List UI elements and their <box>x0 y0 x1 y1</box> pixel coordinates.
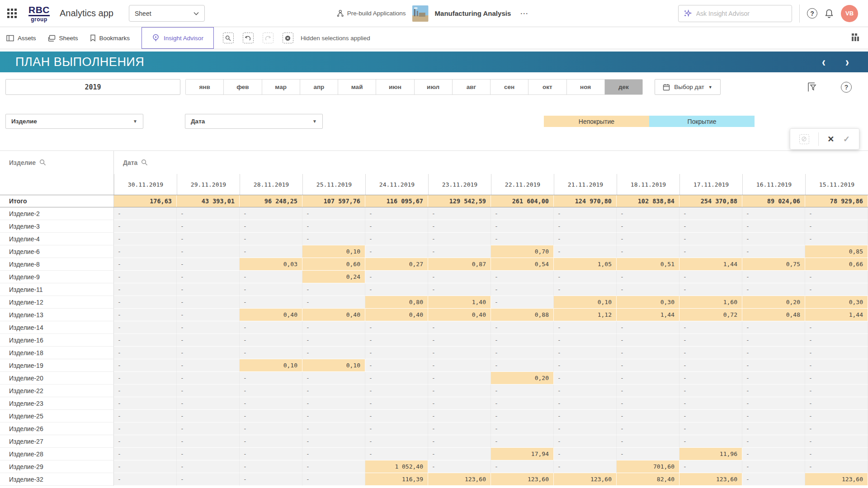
pivot-cell[interactable]: - <box>240 385 302 397</box>
pivot-cell[interactable]: - <box>177 448 240 460</box>
pivot-cell[interactable]: - <box>428 283 491 296</box>
pivot-cell[interactable]: 116,39 <box>365 473 428 486</box>
product-filter-dropdown[interactable]: Изделие ▼ <box>5 114 143 129</box>
pivot-cell[interactable]: - <box>428 372 491 385</box>
pivot-cell[interactable]: - <box>679 435 742 448</box>
pivot-cell[interactable]: - <box>679 385 742 397</box>
pivot-cell[interactable]: - <box>679 359 742 372</box>
pivot-cell[interactable]: 0,70 <box>491 245 554 258</box>
pivot-cell[interactable]: - <box>240 460 302 473</box>
pivot-cell[interactable]: - <box>428 435 491 448</box>
pivot-cell[interactable]: - <box>177 309 240 321</box>
pivot-cell[interactable]: 0,54 <box>491 258 554 271</box>
pivot-cell[interactable]: - <box>617 321 679 334</box>
pivot-cell[interactable]: - <box>365 435 428 448</box>
pivot-cell[interactable]: 1,44 <box>679 258 742 271</box>
pivot-cell[interactable]: - <box>302 397 365 410</box>
pivot-cell[interactable]: 0,40 <box>365 309 428 321</box>
pivot-cell[interactable]: - <box>805 207 868 220</box>
pivot-cell[interactable]: - <box>302 233 365 245</box>
pivot-cell[interactable]: - <box>491 334 554 347</box>
pivot-cell[interactable]: - <box>302 410 365 422</box>
pivot-cell[interactable]: 123,60 <box>805 473 868 486</box>
cancel-selection-button[interactable]: ✕ <box>827 134 834 144</box>
pivot-cell[interactable]: - <box>302 334 365 347</box>
notifications-bell-button[interactable] <box>825 9 834 19</box>
pivot-cell[interactable]: - <box>617 271 679 283</box>
pivot-cell[interactable]: - <box>617 397 679 410</box>
pivot-cell[interactable]: - <box>617 422 679 435</box>
pivot-cell[interactable]: - <box>805 448 868 460</box>
pivot-cell[interactable]: - <box>177 245 240 258</box>
pivot-cell[interactable]: - <box>679 397 742 410</box>
pivot-cell[interactable]: - <box>114 309 177 321</box>
pivot-cell[interactable]: - <box>177 460 240 473</box>
pivot-cell[interactable]: - <box>177 422 240 435</box>
pivot-cell[interactable]: - <box>679 283 742 296</box>
ask-insight-advisor-box[interactable] <box>678 5 792 22</box>
month-filter-сен[interactable]: сен <box>491 80 528 94</box>
column-header[interactable]: 18.11.2019 <box>617 174 679 195</box>
pivot-cell[interactable]: - <box>114 347 177 359</box>
pivot-cell[interactable]: - <box>177 321 240 334</box>
month-filter-окт[interactable]: окт <box>528 80 566 94</box>
pivot-cell[interactable]: - <box>742 435 805 448</box>
pivot-cell[interactable]: 1,40 <box>428 296 491 309</box>
pivot-cell[interactable]: - <box>240 410 302 422</box>
row-label[interactable]: Изделие-6 <box>0 245 114 258</box>
pivot-cell[interactable]: - <box>240 448 302 460</box>
pivot-cell[interactable]: - <box>742 359 805 372</box>
pivot-cell[interactable]: - <box>302 460 365 473</box>
pivot-cell[interactable]: - <box>428 397 491 410</box>
row-label[interactable]: Изделие-11 <box>0 283 114 296</box>
pivot-cell[interactable]: - <box>240 422 302 435</box>
row-label[interactable]: Изделие-22 <box>0 385 114 397</box>
pivot-cell[interactable]: - <box>302 385 365 397</box>
sheets-button[interactable]: Sheets <box>48 35 78 42</box>
column-header[interactable]: 22.11.2019 <box>491 174 554 195</box>
pivot-cell[interactable]: - <box>177 233 240 245</box>
pivot-cell[interactable]: 0,10 <box>302 359 365 372</box>
pivot-cell[interactable]: - <box>554 435 617 448</box>
selections-filter-icon[interactable] <box>807 82 816 92</box>
pivot-cell[interactable]: - <box>240 334 302 347</box>
date-filter-dropdown[interactable]: Дата ▼ <box>185 114 323 129</box>
pivot-cell[interactable]: - <box>240 435 302 448</box>
row-label[interactable]: Изделие-28 <box>0 448 114 460</box>
pivot-cell[interactable]: - <box>617 220 679 233</box>
pivot-cell[interactable]: 0,30 <box>617 296 679 309</box>
pivot-cell[interactable]: - <box>805 220 868 233</box>
pivot-cell[interactable]: - <box>554 448 617 460</box>
pivot-cell[interactable]: - <box>742 448 805 460</box>
pivot-cell[interactable]: - <box>177 271 240 283</box>
pivot-cell[interactable]: - <box>302 422 365 435</box>
clear-object-selection-button[interactable] <box>799 134 809 144</box>
pivot-cell[interactable]: - <box>554 321 617 334</box>
pivot-cell[interactable]: - <box>428 385 491 397</box>
pivot-cell[interactable]: - <box>114 271 177 283</box>
pivot-cell[interactable]: 0,27 <box>365 258 428 271</box>
pivot-cell[interactable]: - <box>240 372 302 385</box>
user-avatar[interactable]: VB <box>841 5 858 22</box>
month-filter-июн[interactable]: июн <box>376 80 414 94</box>
row-label[interactable]: Изделие-29 <box>0 460 114 473</box>
pivot-cell[interactable]: - <box>742 473 805 486</box>
help-button[interactable]: ? <box>807 8 817 19</box>
pivot-cell[interactable]: - <box>302 347 365 359</box>
pivot-cell[interactable]: - <box>114 372 177 385</box>
row-dimension-header[interactable]: Изделие <box>0 151 114 174</box>
pivot-cell[interactable]: - <box>491 347 554 359</box>
pivot-cell[interactable]: - <box>742 321 805 334</box>
pivot-cell[interactable]: - <box>177 334 240 347</box>
pivot-cell[interactable]: - <box>554 385 617 397</box>
pivot-cell[interactable]: - <box>554 372 617 385</box>
pivot-cell[interactable]: - <box>428 410 491 422</box>
pivot-cell[interactable]: - <box>177 283 240 296</box>
row-label[interactable]: Изделие-27 <box>0 435 114 448</box>
row-label[interactable]: Изделие-19 <box>0 359 114 372</box>
pivot-cell[interactable]: - <box>554 207 617 220</box>
pivot-cell[interactable]: - <box>554 220 617 233</box>
pivot-cell[interactable]: - <box>617 385 679 397</box>
row-label[interactable]: Изделие-2 <box>0 207 114 220</box>
month-filter-авг[interactable]: авг <box>453 80 491 94</box>
